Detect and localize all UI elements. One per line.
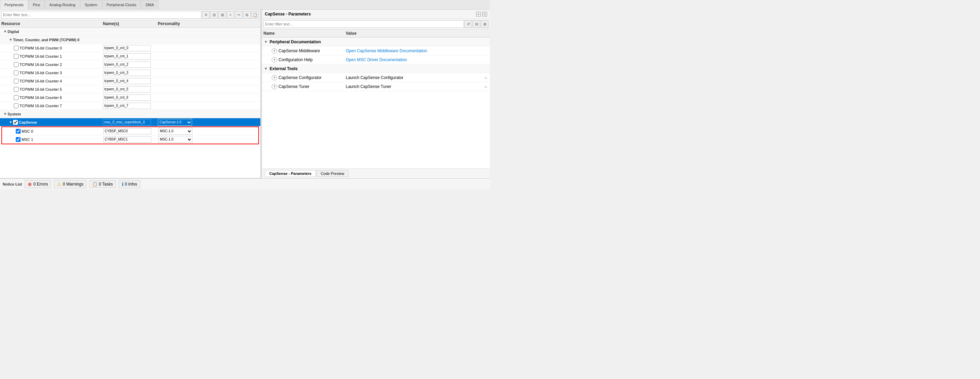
help-icon-config[interactable]: ? — [272, 57, 277, 62]
tab-code-preview[interactable]: Code Preview — [316, 170, 348, 177]
capsense-checkbox[interactable] — [13, 120, 18, 125]
table-row[interactable]: TCPWM 16-bit Counter 0 — [0, 44, 260, 52]
msc1-name-input[interactable] — [103, 136, 151, 142]
config-help-label: Configuration Help — [278, 58, 312, 62]
cut-btn[interactable]: ✂ — [235, 11, 242, 19]
top-tab-bar: Peripherals Pins Analog-Routing System P… — [0, 0, 490, 10]
help-icon-tuner[interactable]: ? — [272, 84, 277, 90]
capsense-name-input[interactable] — [103, 119, 151, 125]
tasks-count: 0 Tasks — [99, 182, 113, 187]
warnings-btn[interactable]: ⚠ 0 Warnings — [54, 180, 86, 188]
msc1-personality-select[interactable]: MSC-1.0 — [158, 136, 192, 143]
minimize-btn[interactable]: − — [476, 12, 481, 16]
toggle-capsense[interactable]: ▼ — [8, 120, 13, 125]
toggle-tcpwm[interactable]: ▼ — [8, 37, 13, 42]
msc0-row[interactable]: MSC 0 MSC-1.0 — [2, 127, 258, 135]
tcpwm6-name-input[interactable] — [103, 94, 151, 101]
peripheral-doc-label: Peripheral Documentation — [270, 40, 321, 44]
help-icon-configurator[interactable]: ? — [272, 75, 277, 80]
filter-btn[interactable]: ⊟ — [210, 11, 218, 19]
configurator-label: CapSense Configurator — [278, 75, 321, 80]
table-row[interactable]: TCPWM 16-bit Counter 6 — [0, 93, 260, 102]
errors-btn[interactable]: ⊗ 0 Errors — [25, 180, 51, 188]
left-filter-input[interactable] — [2, 11, 201, 19]
tab-analog-routing[interactable]: Analog-Routing — [45, 0, 80, 9]
param-category-external-tools: ▼ External Tools — [262, 64, 490, 73]
right-clear-btn[interactable]: ↺ — [465, 20, 472, 28]
tcpwm3-checkbox[interactable] — [14, 70, 19, 75]
tcpwm2-checkbox[interactable] — [14, 62, 19, 67]
table-row[interactable]: TCPWM 16-bit Counter 1 — [0, 52, 260, 61]
table-row[interactable]: TCPWM 16-bit Counter 7 — [0, 102, 260, 110]
tcpwm6-checkbox[interactable] — [14, 95, 19, 100]
tcpwm3-name-input[interactable] — [103, 70, 151, 76]
msc0-checkbox[interactable] — [16, 129, 21, 134]
params-name-header: Name — [263, 31, 346, 36]
configurator-ellipsis-btn[interactable]: ··· — [483, 75, 488, 81]
tuner-value: Launch CapSense Tuner — [346, 84, 391, 89]
capsense-personality-select[interactable]: CapSense-1.0 — [158, 119, 192, 126]
system-label: System — [8, 112, 21, 116]
col-resource-header: Resource — [0, 21, 103, 26]
toggle-digital[interactable]: ▼ — [3, 29, 8, 34]
tuner-ellipsis-btn[interactable]: ··· — [483, 83, 488, 90]
tasks-btn[interactable]: 📋 0 Tasks — [89, 181, 116, 188]
tab-pins[interactable]: Pins — [29, 0, 45, 9]
errors-count: 0 Errors — [33, 182, 48, 187]
right-toolbar: ↺ ⊟ ⊞ — [262, 19, 490, 30]
tab-peripheral-clocks[interactable]: Peripheral-Clocks — [102, 0, 141, 9]
toggle-peripheral-doc[interactable]: ▼ — [263, 40, 268, 44]
expand-btn[interactable]: ⊞ — [218, 11, 226, 19]
paste-btn[interactable]: 📋 — [251, 11, 259, 19]
tab-system[interactable]: System — [80, 0, 102, 9]
tcpwm5-name-input[interactable] — [103, 86, 151, 93]
right-filter-input[interactable] — [263, 20, 464, 28]
msc0-name-input[interactable] — [103, 128, 151, 134]
notice-list-bar: Notice List ⊗ 0 Errors ⚠ 0 Warnings 📋 0 … — [0, 178, 490, 189]
tcpwm4-checkbox[interactable] — [14, 79, 19, 83]
tab-capsense-parameters[interactable]: CapSense - Parameters — [265, 170, 316, 177]
warnings-count: 0 Warnings — [63, 182, 83, 187]
right-bottom-tabs: CapSense - Parameters Code Preview — [262, 168, 490, 178]
infos-btn[interactable]: ℹ 0 Infos — [119, 180, 140, 188]
tab-dma[interactable]: DMA — [141, 0, 158, 9]
right-panel: CapSense - Parameters − □ ↺ ⊟ ⊞ Name Val… — [262, 10, 490, 178]
tcpwm4-name-input[interactable] — [103, 78, 151, 84]
table-row[interactable]: TCPWM 16-bit Counter 3 — [0, 69, 260, 77]
right-collapse-btn[interactable]: ⊟ — [473, 20, 480, 28]
add-btn[interactable]: + — [227, 11, 234, 19]
msc1-label: MSC 1 — [22, 138, 33, 142]
right-panel-title-bar: CapSense - Parameters − □ — [262, 10, 490, 19]
capsense-label: CapSense — [19, 120, 37, 125]
category-tcpwm: ▼ Timer, Counter, and PWM (TCPWM) 0 — [0, 36, 260, 44]
tcpwm5-checkbox[interactable] — [14, 87, 19, 92]
param-config-help: ? Configuration Help Open MSC Driver Doc… — [262, 55, 490, 64]
digital-label: Digital — [8, 30, 19, 34]
tcpwm7-checkbox[interactable] — [14, 104, 19, 108]
tcpwm1-name-input[interactable] — [103, 53, 151, 59]
tcpwm1-checkbox[interactable] — [14, 54, 19, 59]
tcpwm0-checkbox[interactable] — [14, 46, 19, 51]
right-expand-btn[interactable]: ⊞ — [481, 20, 488, 28]
maximize-btn[interactable]: □ — [482, 12, 487, 16]
msc-driver-doc-link[interactable]: Open MSC Driver Documentation — [346, 58, 407, 62]
toggle-system[interactable]: ▼ — [3, 112, 8, 117]
capsense-row[interactable]: ▼ CapSense CapSense-1.0 — [0, 118, 260, 126]
copy-btn[interactable]: ⧉ — [243, 11, 251, 19]
toggle-external-tools[interactable]: ▼ — [263, 66, 268, 71]
middleware-doc-link[interactable]: Open CapSense Middleware Documentation — [346, 48, 427, 53]
param-category-peripheral-doc: ▼ Peripheral Documentation — [262, 37, 490, 46]
clear-filter-btn[interactable]: ✕ — [202, 11, 210, 19]
table-row[interactable]: TCPWM 16-bit Counter 4 — [0, 77, 260, 85]
param-capsense-middleware: ? CapSense Middleware Open CapSense Midd… — [262, 46, 490, 55]
tcpwm7-name-input[interactable] — [103, 103, 151, 109]
tcpwm0-name-input[interactable] — [103, 45, 151, 51]
tcpwm2-name-input[interactable] — [103, 61, 151, 68]
msc1-checkbox[interactable] — [16, 137, 21, 142]
msc1-row[interactable]: MSC 1 MSC-1.0 — [2, 135, 258, 144]
table-row[interactable]: TCPWM 16-bit Counter 2 — [0, 61, 260, 69]
table-row[interactable]: TCPWM 16-bit Counter 5 — [0, 85, 260, 93]
help-icon-middleware[interactable]: ? — [272, 48, 277, 54]
msc0-personality-select[interactable]: MSC-1.0 — [158, 128, 192, 135]
tab-peripherals[interactable]: Peripherals — [0, 0, 28, 9]
